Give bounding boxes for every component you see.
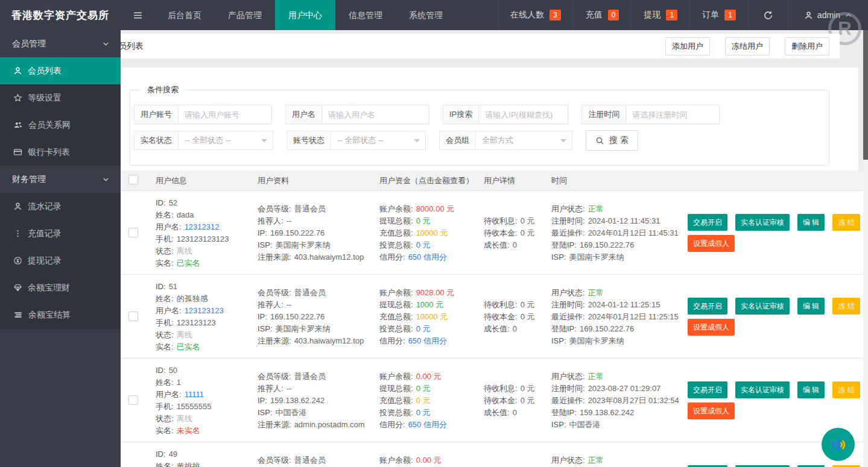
field-label: 姓名: — [156, 294, 174, 303]
set-fake-button[interactable]: 设置成假人 — [688, 403, 735, 419]
scrollbar-thumb[interactable] — [863, 30, 868, 160]
field-value: 普通会员 — [294, 204, 326, 213]
search-input-username[interactable] — [322, 105, 429, 124]
row-field: ISP:中国香港 — [258, 407, 375, 419]
column-header: 时间 — [546, 175, 686, 186]
sidebar-item-recharge-records[interactable]: 充值记录 — [0, 220, 121, 247]
invest-total[interactable]: 0 元 — [416, 324, 431, 333]
sidebar-item-flow-records[interactable]: 流水记录 — [0, 193, 121, 220]
row-field: 状态:离线 — [156, 329, 253, 341]
announcement-button[interactable] — [822, 428, 855, 461]
row-field: 姓名:1 — [156, 377, 253, 389]
edit-button[interactable]: 编 辑 — [797, 381, 825, 398]
freeze-user-button[interactable]: 冻结用户 — [725, 37, 770, 55]
nav-stat-recharge[interactable]: 充值0 — [573, 0, 632, 30]
select-all-checkbox[interactable] — [128, 175, 138, 184]
menu-toggle-button[interactable] — [121, 0, 154, 30]
select-member-group[interactable]: 全部方式 — [476, 131, 572, 150]
edit-button[interactable]: 编 辑 — [797, 298, 825, 315]
balance-amount[interactable]: 8000.00 元 — [416, 204, 455, 213]
select-realname-status[interactable]: -- 全部状态 -- — [179, 131, 273, 150]
field-value: 50 — [169, 366, 177, 375]
nav-stat-orders[interactable]: 订单1 — [689, 0, 748, 30]
nav-stat-online-count[interactable]: 在线人数3 — [498, 0, 573, 30]
set-fake-button[interactable]: 设置成假人 — [688, 235, 735, 252]
field-value: dada — [177, 210, 194, 219]
row-checkbox[interactable] — [128, 312, 138, 321]
invest-total[interactable]: 0 元 — [416, 240, 431, 249]
edit-button[interactable]: 编 辑 — [797, 214, 825, 231]
freeze-button[interactable]: 冻 结 — [832, 381, 860, 398]
balance-amount[interactable]: 0.00 元 — [416, 456, 442, 465]
sidebar-item-withdraw-records[interactable]: 提现记录 — [0, 247, 121, 274]
sidebar-item-level-settings[interactable]: 等级设置 — [0, 84, 121, 111]
sidebar-item-yuebao-finance[interactable]: 余额宝理财 — [0, 274, 121, 301]
recharge-total[interactable]: 10000 元 — [416, 312, 448, 321]
field-value: 离线 — [177, 414, 192, 423]
nav-item-system[interactable]: 系统管理 — [396, 0, 456, 30]
sidebar-item-bank-cards[interactable]: 银行卡列表 — [0, 139, 121, 166]
recharge-total[interactable]: 0 元 — [416, 396, 431, 405]
trade-open-button[interactable]: 交易开启 — [688, 298, 727, 315]
set-fake-button[interactable]: 设置成假人 — [688, 319, 735, 336]
search-label-ip: IP搜索 — [443, 105, 479, 124]
row-field: 用户状态:正常 — [551, 203, 686, 215]
field-value: 普通会员 — [294, 288, 326, 297]
realname-audit-button[interactable]: 实名认证审核 — [735, 381, 790, 398]
search-input-account[interactable] — [179, 105, 272, 124]
cell-actions: 交易开启实名认证审核编 辑冻 结设置成假人 — [686, 359, 863, 419]
field-value: 169.150.222.76 — [270, 312, 325, 321]
trade-open-button[interactable]: 交易开启 — [688, 381, 727, 398]
credit-score[interactable]: 650 信用分 — [408, 420, 447, 429]
sidebar-item-yuebao-settlement[interactable]: 余额宝结算 — [0, 301, 121, 328]
nav-item-info[interactable]: 信息管理 — [335, 0, 396, 30]
navbar-right: 在线人数3充值0提现1订单1 admin — [498, 0, 868, 30]
freeze-button[interactable]: 冻 结 — [832, 298, 860, 315]
refresh-button[interactable] — [748, 0, 788, 30]
field-label: 会员等级: — [258, 288, 291, 297]
username-link[interactable]: 11111 — [185, 390, 204, 399]
cell-info: ID:52姓名:dada用户名:12312312手机:123123123123状… — [147, 191, 253, 269]
freeze-button[interactable]: 冻 结 — [832, 214, 860, 231]
nav-stat-withdraw[interactable]: 提现1 — [631, 0, 689, 30]
sidebar-item-member-list[interactable]: 会员列表 — [0, 57, 121, 84]
search-group-ip: IP搜索 — [443, 105, 568, 124]
field-label: 手机: — [156, 402, 174, 411]
field-label: 账户余额: — [379, 372, 413, 381]
credit-score[interactable]: 650 信用分 — [408, 336, 447, 345]
search-button[interactable]: 搜 索 — [586, 130, 638, 151]
nav-item-home[interactable]: 后台首页 — [154, 0, 215, 30]
credit-score[interactable]: 650 信用分 — [408, 252, 447, 262]
withdraw-total[interactable]: 0 元 — [416, 216, 431, 225]
username-link[interactable]: 123123123 — [185, 306, 224, 315]
realname-audit-button[interactable]: 实名认证审核 — [735, 214, 790, 231]
invest-total[interactable]: 0 元 — [416, 408, 431, 417]
withdraw-total[interactable]: 1000 元 — [416, 300, 444, 309]
username-link[interactable]: 12312312 — [185, 222, 220, 231]
field-label: 充值总额: — [379, 228, 413, 237]
row-checkbox[interactable] — [128, 228, 138, 237]
withdraw-total[interactable]: 0 元 — [416, 384, 431, 393]
field-value: 中国香港 — [276, 408, 307, 417]
balance-amount[interactable]: 0.00 元 — [416, 372, 442, 381]
field-label: 登陆IP: — [551, 408, 577, 417]
balance-amount[interactable]: 9028.00 元 — [416, 288, 455, 297]
sidebar-group-member-management[interactable]: 会员管理 — [0, 30, 121, 57]
row-field: ISP:美国南卡罗来纳 — [258, 323, 375, 335]
cell-info: ID:51姓名:的孤独感用户名:123123123手机:123123123状态:… — [147, 275, 253, 353]
field-label: IP: — [258, 396, 267, 405]
search-input-register-time[interactable] — [626, 105, 720, 124]
sidebar-group-finance-management[interactable]: 财务管理 — [0, 166, 121, 193]
field-value: -- — [287, 384, 292, 393]
row-checkbox[interactable] — [128, 395, 138, 405]
search-input-ip[interactable] — [479, 105, 568, 124]
nav-item-user-center[interactable]: 用户中心 — [275, 0, 335, 30]
realname-audit-button[interactable]: 实名认证审核 — [735, 298, 790, 315]
recharge-total[interactable]: 10000 元 — [416, 228, 448, 237]
add-user-button[interactable]: 添加用户 — [665, 37, 710, 55]
select-account-status[interactable]: -- 全部状态 -- — [331, 131, 426, 150]
trade-open-button[interactable]: 交易开启 — [688, 214, 727, 231]
delete-user-button[interactable]: 删除用户 — [785, 37, 829, 55]
nav-item-products[interactable]: 产品管理 — [215, 0, 275, 30]
sidebar-item-member-network[interactable]: 会员关系网 — [0, 111, 121, 139]
